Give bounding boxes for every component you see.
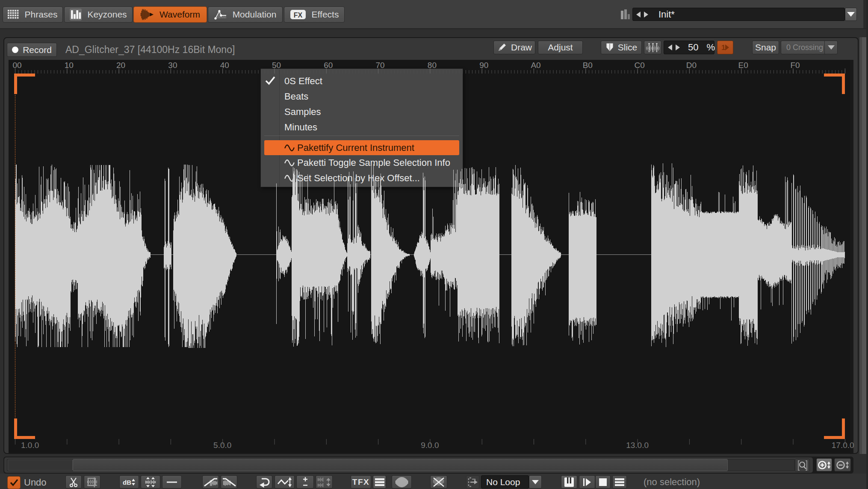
svg-text:30: 30 (168, 61, 177, 70)
svg-text:00: 00 (12, 61, 21, 70)
svg-text:10: 10 (65, 61, 74, 70)
svg-text:D0: D0 (686, 61, 697, 70)
svg-text:dB: dB (123, 478, 131, 486)
svg-text:5.0.0: 5.0.0 (213, 441, 231, 450)
svg-text:1: 1 (721, 44, 725, 52)
svg-text:E0: E0 (738, 61, 748, 70)
svg-text:A0: A0 (531, 61, 540, 70)
svg-text:1.0.0: 1.0.0 (21, 441, 39, 450)
svg-text:70: 70 (376, 61, 385, 70)
svg-text:9.0.0: 9.0.0 (421, 441, 439, 450)
svg-text:F0: F0 (790, 61, 800, 70)
svg-text:60: 60 (324, 61, 333, 70)
svg-text:13.0.0: 13.0.0 (626, 441, 649, 450)
svg-text:FX: FX (293, 12, 302, 19)
svg-text:C0: C0 (634, 61, 644, 70)
svg-text:17.0.0: 17.0.0 (832, 441, 854, 450)
svg-text:20: 20 (116, 61, 125, 70)
svg-text:B0: B0 (583, 61, 593, 70)
svg-text:50: 50 (272, 61, 281, 70)
svg-text:40: 40 (220, 61, 229, 70)
svg-text:90: 90 (479, 61, 488, 70)
svg-text:80: 80 (428, 61, 437, 70)
